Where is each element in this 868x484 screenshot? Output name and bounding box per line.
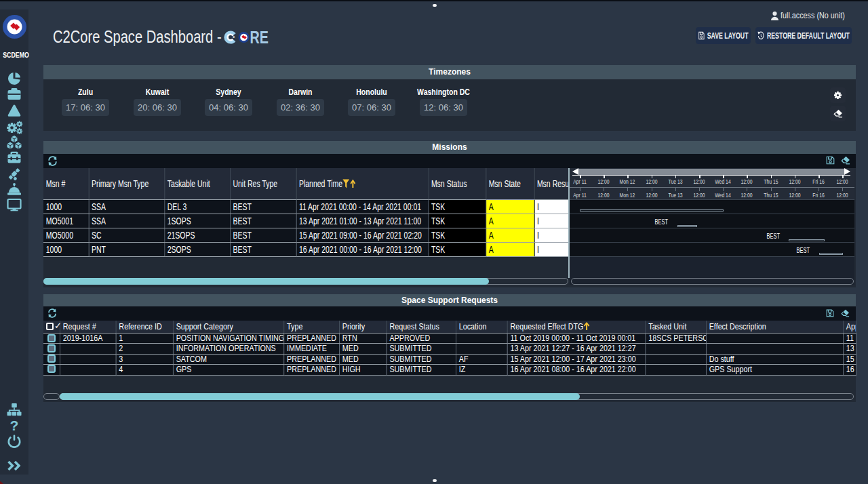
svg-text:RE: RE (250, 29, 269, 45)
svg-text:²: ² (233, 35, 235, 41)
svg-text:?: ? (10, 418, 19, 433)
